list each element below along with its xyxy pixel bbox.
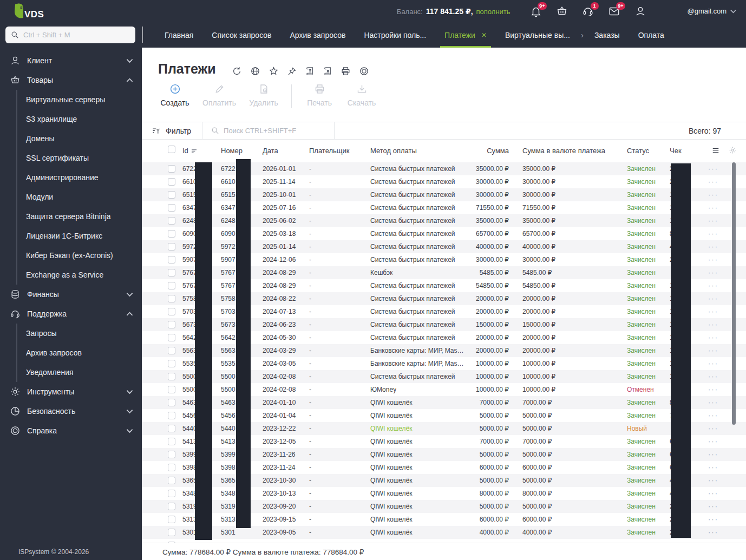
row-menu-button[interactable]: ···	[708, 409, 718, 422]
column-header-id[interactable]: Id	[182, 147, 197, 155]
row-menu-button[interactable]: ···	[708, 357, 718, 370]
row-menu-button[interactable]: ···	[708, 474, 718, 487]
tab-архив-запросов[interactable]: Архив запросов	[290, 22, 346, 48]
global-search[interactable]	[5, 27, 135, 43]
star-icon[interactable]	[269, 66, 279, 76]
row-checkbox[interactable]	[168, 191, 175, 199]
cart-icon[interactable]	[556, 5, 568, 17]
row-checkbox[interactable]	[168, 490, 175, 497]
row-checkbox[interactable]	[168, 412, 175, 419]
sidebar-item-безопасность[interactable]: Безопасность	[0, 401, 142, 421]
row-menu-button[interactable]: ···	[708, 175, 718, 188]
bell-icon[interactable]: 9+	[530, 5, 542, 17]
column-header-amount_cur[interactable]: Сумма в валюте платежа	[522, 147, 605, 155]
row-menu-button[interactable]: ···	[708, 526, 718, 539]
row-menu-button[interactable]: ···	[708, 344, 718, 357]
row-checkbox[interactable]	[168, 516, 175, 523]
sidebar-item-запросы[interactable]: Запросы	[17, 324, 142, 343]
tab-виртуальные-вы[interactable]: Виртуальные вы...	[505, 22, 570, 48]
row-menu-button[interactable]: ···	[708, 500, 718, 513]
topup-link[interactable]: пополнить	[476, 8, 511, 16]
row-menu-button[interactable]: ···	[708, 201, 718, 214]
row-checkbox[interactable]	[168, 438, 175, 445]
tab-главная[interactable]: Главная	[165, 22, 193, 48]
row-checkbox[interactable]	[168, 347, 175, 354]
row-checkbox[interactable]	[168, 464, 175, 471]
row-menu-button[interactable]: ···	[708, 487, 718, 500]
sidebar-item-уведомления[interactable]: Уведомления	[17, 363, 142, 382]
sidebar-item-exchange-as-a-service[interactable]: Exchange as a Service	[17, 265, 142, 285]
row-menu-button[interactable]: ···	[708, 227, 718, 240]
sort-icon[interactable]	[191, 149, 197, 154]
person-icon[interactable]	[634, 5, 646, 17]
row-checkbox[interactable]	[168, 334, 175, 341]
firstvds-logo[interactable]: st VDS	[10, 2, 142, 21]
sidebar-item-финансы[interactable]: Финансы	[0, 285, 142, 304]
row-checkbox[interactable]	[168, 451, 175, 458]
pay-button[interactable]: Оплатить	[202, 83, 236, 107]
row-checkbox[interactable]	[168, 373, 175, 380]
support-icon[interactable]: 1	[582, 5, 594, 17]
log-icon[interactable]	[305, 66, 315, 76]
row-checkbox[interactable]	[168, 217, 175, 225]
global-search-input[interactable]	[23, 31, 123, 39]
excel-icon[interactable]	[323, 66, 332, 76]
row-menu-button[interactable]: ···	[708, 318, 718, 331]
refresh-icon[interactable]	[232, 66, 242, 76]
sidebar-item-администрирование[interactable]: Администрирование	[17, 168, 142, 187]
tab-close-icon[interactable]: ✕	[481, 31, 487, 39]
row-menu-button[interactable]: ···	[708, 370, 718, 383]
row-menu-button[interactable]: ···	[708, 461, 718, 474]
user-menu[interactable]: @gmail.com	[688, 7, 736, 15]
row-menu-button[interactable]: ···	[708, 448, 718, 461]
sidebar-item-виртуальные-серверы[interactable]: Виртуальные серверы	[17, 90, 142, 109]
sidebar-item-архив-запросов[interactable]: Архив запросов	[17, 343, 142, 363]
row-menu-button[interactable]: ···	[708, 240, 718, 253]
row-menu-button[interactable]: ···	[708, 266, 718, 279]
column-header-payer[interactable]: Плательщик	[309, 147, 349, 155]
tab-настройки-поль[interactable]: Настройки поль...	[364, 22, 426, 48]
row-checkbox[interactable]	[168, 295, 175, 302]
sidebar-item-ssl-сертификаты[interactable]: SSL сертификаты	[17, 148, 142, 168]
tabs-overflow-chevron-icon[interactable]: ›	[581, 30, 584, 39]
row-checkbox[interactable]	[168, 165, 175, 173]
row-checkbox[interactable]	[168, 282, 175, 289]
row-menu-button[interactable]: ···	[708, 279, 718, 292]
tab-список-запросов[interactable]: Список запросов	[212, 22, 271, 48]
row-checkbox[interactable]	[168, 321, 175, 328]
row-checkbox[interactable]	[168, 529, 175, 536]
row-menu-button[interactable]: ···	[708, 396, 718, 409]
row-menu-button[interactable]: ···	[708, 383, 718, 396]
sidebar-item-s3-хранилище[interactable]: S3 хранилище	[17, 109, 142, 129]
row-menu-button[interactable]: ···	[708, 188, 718, 201]
row-checkbox[interactable]	[168, 477, 175, 484]
sidebar-item-домены[interactable]: Домены	[17, 129, 142, 148]
sidebar-item-клиент[interactable]: Клиент	[0, 51, 142, 70]
row-checkbox[interactable]	[168, 256, 175, 263]
tab-платежи[interactable]: Платежи✕	[444, 22, 487, 48]
column-header-method[interactable]: Метод оплаты	[370, 147, 417, 155]
column-header-status[interactable]: Статус	[627, 147, 649, 155]
sidebar-item-защита-сервера-bitninja[interactable]: Защита сервера Bitninja	[17, 207, 142, 226]
row-menu-button[interactable]: ···	[708, 253, 718, 266]
column-header-number[interactable]: Номер	[221, 147, 243, 155]
filter-button[interactable]: Фильтр	[142, 122, 202, 139]
row-checkbox[interactable]	[168, 425, 175, 432]
row-menu-button[interactable]: ···	[708, 305, 718, 318]
create-button[interactable]: Создать	[160, 83, 189, 107]
row-checkbox[interactable]	[168, 386, 175, 393]
sidebar-item-товары[interactable]: Товары	[0, 70, 142, 90]
row-menu-button[interactable]: ···	[708, 162, 718, 175]
column-header-receipt[interactable]: Чек	[670, 147, 682, 155]
globe-icon[interactable]	[250, 66, 260, 76]
select-all-checkbox[interactable]	[168, 146, 175, 153]
print-icon[interactable]	[341, 66, 351, 76]
row-checkbox[interactable]	[168, 269, 175, 276]
row-checkbox[interactable]	[168, 243, 175, 251]
delete-button[interactable]: Удалить	[249, 83, 278, 107]
pin-icon[interactable]	[287, 67, 297, 76]
row-menu-button[interactable]: ···	[708, 422, 718, 435]
sidebar-item-модули[interactable]: Модули	[17, 187, 142, 207]
mail-icon[interactable]: 9+	[608, 5, 620, 17]
sidebar-item-инструменты[interactable]: Инструменты	[0, 382, 142, 401]
